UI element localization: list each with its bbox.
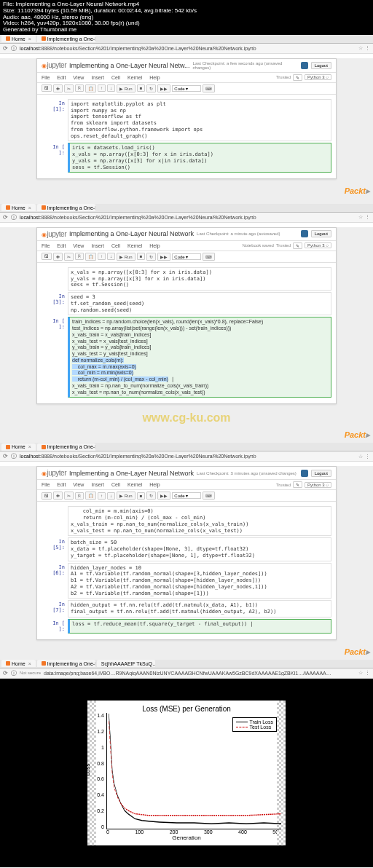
copy-icon[interactable]: ⎘ <box>75 253 84 260</box>
paste-icon[interactable]: 📋 <box>85 492 96 500</box>
code-content[interactable]: import matplotlib.pyplot as plt import n… <box>68 99 331 142</box>
code-cell-active[interactable]: In [ ]: loss = tf.reduce_mean(tf.square(… <box>42 619 331 634</box>
code-cell[interactable]: x_vals = np.array([x[0:3] for x in iris.… <box>42 267 331 291</box>
restart-icon[interactable]: ↻ <box>146 253 156 261</box>
code-cell[interactable]: In [5]: batch_size = 50 x_data = tf.plac… <box>42 537 331 561</box>
stop-icon[interactable]: ■ <box>137 492 146 500</box>
info-icon[interactable]: ⓘ <box>11 213 17 221</box>
edit-icon[interactable]: ✎ <box>293 242 302 249</box>
menu-cell[interactable]: Cell <box>111 75 120 80</box>
trusted-label[interactable]: Trusted <box>276 243 291 248</box>
cut-icon[interactable]: ✂ <box>64 492 74 500</box>
logout-button[interactable]: Logout <box>311 62 331 69</box>
code-cell[interactable]: In [1]: import matplotlib.pyplot as plt … <box>42 99 331 142</box>
close-icon[interactable]: × <box>28 205 31 210</box>
trusted-label[interactable]: Trusted <box>276 75 291 79</box>
info-icon[interactable]: ⓘ <box>11 44 17 52</box>
notebook-title[interactable]: Implementing a One-Layer Neural Network <box>69 470 194 477</box>
tab-image[interactable]: ScjhhAAAAElF TkSuQ…× <box>97 660 155 667</box>
code-cell[interactable]: col_min = m.min(axis=0) return (m-col_mi… <box>42 506 331 536</box>
move-up-icon[interactable]: ↑ <box>98 253 106 260</box>
menu-icon[interactable]: ⋮ <box>365 214 370 220</box>
stop-icon[interactable]: ■ <box>137 253 146 260</box>
close-icon[interactable]: × <box>28 36 31 42</box>
cut-icon[interactable]: ✂ <box>64 84 74 92</box>
save-icon[interactable]: 🖫 <box>42 492 52 500</box>
menu-edit[interactable]: Edit <box>57 75 66 80</box>
menu-file[interactable]: File <box>42 243 50 248</box>
command-palette-icon[interactable]: ⌨ <box>203 253 215 261</box>
save-icon[interactable]: 🖫 <box>42 84 52 92</box>
move-up-icon[interactable]: ↑ <box>98 84 106 92</box>
menu-view[interactable]: View <box>73 75 84 80</box>
command-palette-icon[interactable]: ⌨ <box>203 84 215 92</box>
code-content[interactable]: iris = datasets.load_iris() x_vals = np.… <box>68 143 331 173</box>
cell-type-select[interactable]: Code ▾ <box>172 492 201 499</box>
url-text[interactable]: localhost:8888/notebooks/Section%201/Imp… <box>20 215 356 220</box>
star-icon[interactable]: ☆ <box>358 214 363 220</box>
jupyter-logo[interactable]: jupyter <box>42 230 66 238</box>
restart-icon[interactable]: ↻ <box>146 492 156 500</box>
jupyter-logo[interactable]: jupyter <box>42 469 66 477</box>
tab-home[interactable]: Home× <box>1 35 36 42</box>
trusted-label[interactable]: Trusted <box>276 483 291 487</box>
menu-kernel[interactable]: Kernel <box>127 482 142 487</box>
not-secure-icon[interactable]: ⓘ <box>11 669 17 677</box>
kernel-selector[interactable]: Python 3 ○ <box>305 74 331 80</box>
menu-insert[interactable]: Insert <box>91 482 104 487</box>
logout-button[interactable]: Logout <box>311 230 331 237</box>
edit-icon[interactable]: ✎ <box>293 481 302 488</box>
tab-home[interactable]: Home× <box>1 204 36 211</box>
code-cell[interactable]: In [3]: seed = 3 tf.set_random_seed(seed… <box>42 292 331 315</box>
cut-icon[interactable]: ✂ <box>64 253 74 261</box>
code-content[interactable]: hidden_output = tf.nn.relu(tf.add(tf.mat… <box>68 600 331 618</box>
notebook-title[interactable]: Implementing a One-Layer Neural Network <box>69 230 194 237</box>
restart-icon[interactable]: ↻ <box>146 84 156 92</box>
paste-icon[interactable]: 📋 <box>85 253 96 261</box>
url-text[interactable]: data:image/png;base64,iVBO…R9NAqiqAAAN0N… <box>44 671 356 676</box>
tab-notebook[interactable]: Implementing a One-L…× <box>37 35 95 42</box>
menu-view[interactable]: View <box>73 482 84 487</box>
restart-run-icon[interactable]: ▶▶ <box>157 492 170 500</box>
menu-help[interactable]: Help <box>149 482 160 487</box>
paste-icon[interactable]: 📋 <box>85 84 96 92</box>
tab-home[interactable]: Home× <box>1 443 36 451</box>
move-down-icon[interactable]: ↓ <box>107 84 115 92</box>
menu-view[interactable]: View <box>73 243 84 248</box>
kernel-selector[interactable]: Python 3 ○ <box>305 482 331 488</box>
menu-cell[interactable]: Cell <box>111 482 120 487</box>
tab-notebook[interactable]: Implementing a One-L…× <box>37 443 95 451</box>
menu-kernel[interactable]: Kernel <box>127 243 142 248</box>
run-button[interactable]: ▶ Run <box>117 84 136 92</box>
edit-icon[interactable]: ✎ <box>293 74 302 81</box>
stop-icon[interactable]: ■ <box>137 84 146 92</box>
menu-kernel[interactable]: Kernel <box>127 75 142 80</box>
move-down-icon[interactable]: ↓ <box>107 492 115 500</box>
copy-icon[interactable]: ⎘ <box>75 84 84 92</box>
tab-home[interactable]: Home× <box>1 660 36 667</box>
close-icon[interactable]: × <box>28 444 31 449</box>
menu-insert[interactable]: Insert <box>91 243 104 248</box>
code-content[interactable]: seed = 3 tf.set_random_seed(seed) np.ran… <box>68 292 331 315</box>
code-content[interactable]: x_vals = np.array([x[0:3] for x in iris.… <box>68 267 331 291</box>
code-cell-active[interactable]: In [ ]: iris = datasets.load_iris() x_va… <box>42 143 331 173</box>
menu-file[interactable]: File <box>42 75 50 80</box>
run-button[interactable]: ▶ Run <box>117 253 136 261</box>
menu-insert[interactable]: Insert <box>91 75 104 80</box>
star-icon[interactable]: ☆ <box>358 45 363 51</box>
star-icon[interactable]: ☆ <box>358 670 363 676</box>
reload-icon[interactable]: ⟳ <box>3 214 8 221</box>
add-cell-icon[interactable]: ✚ <box>53 492 63 500</box>
add-cell-icon[interactable]: ✚ <box>53 84 63 92</box>
info-icon[interactable]: ⓘ <box>11 452 17 460</box>
copy-icon[interactable]: ⎘ <box>75 492 84 500</box>
code-cell-active[interactable]: In [ ]: train_indices = np.random.choice… <box>42 317 331 398</box>
code-content[interactable]: batch_size = 50 x_data = tf.placeholder(… <box>68 537 331 561</box>
menu-edit[interactable]: Edit <box>57 243 66 248</box>
menu-edit[interactable]: Edit <box>57 482 66 487</box>
kernel-selector[interactable]: Python 3 ○ <box>305 242 331 248</box>
menu-help[interactable]: Help <box>149 243 160 248</box>
code-content[interactable]: train_indices = np.random.choice(len(x_v… <box>68 317 331 398</box>
save-icon[interactable]: 🖫 <box>42 253 52 260</box>
url-text[interactable]: localhost:8888/notebooks/Section%201/Imp… <box>20 454 356 459</box>
